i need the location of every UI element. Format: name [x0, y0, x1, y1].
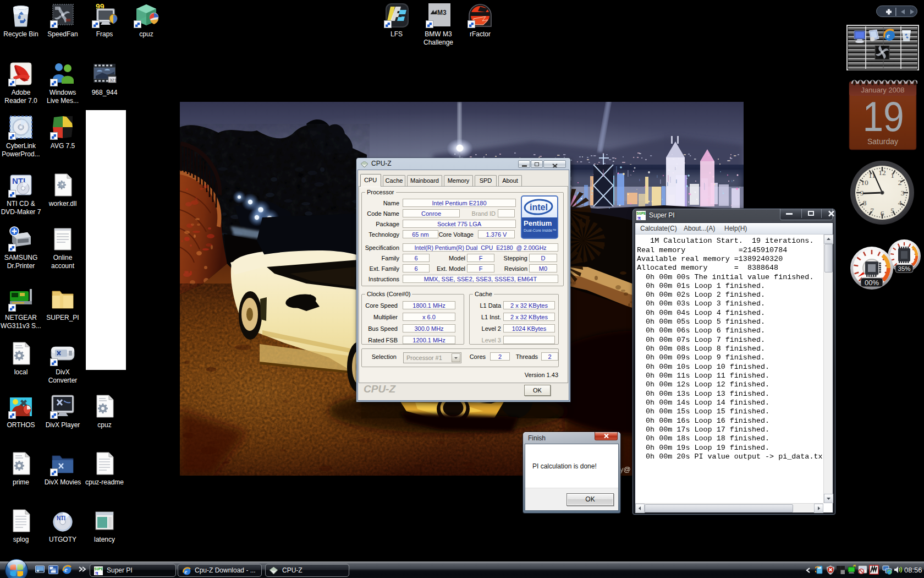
svg-text:00%: 00% [865, 279, 879, 287]
svg-text:19: 19 [862, 93, 904, 140]
svg-text:2: 2 [898, 178, 902, 187]
svg-text:π: π [95, 570, 98, 575]
svg-text:π: π [637, 214, 641, 220]
svg-text:NTI: NTI [57, 515, 65, 521]
svg-text:6: 6 [881, 209, 884, 217]
svg-text:intel: intel [530, 203, 548, 212]
svg-text:10: 10 [861, 178, 868, 187]
svg-text:e: e [887, 31, 890, 40]
svg-text:e: e [185, 568, 188, 575]
svg-text:Saturday: Saturday [867, 137, 898, 146]
svg-text:321: 321 [109, 78, 117, 83]
svg-text:y@: y@ [620, 465, 631, 473]
svg-text:35%: 35% [898, 265, 910, 272]
svg-text:8: 8 [863, 199, 867, 207]
svg-text:Pentium: Pentium [524, 219, 552, 227]
svg-text:5: 5 [890, 206, 894, 215]
svg-text:e: e [64, 565, 68, 574]
svg-text:1: 1 [890, 171, 894, 179]
svg-text:Dual-Core inside™: Dual-Core inside™ [524, 228, 556, 232]
svg-text:7: 7 [870, 206, 874, 215]
svg-text:12: 12 [878, 168, 886, 177]
svg-text:3: 3 [901, 189, 905, 197]
svg-text:M3: M3 [437, 9, 447, 17]
svg-text:4: 4 [898, 199, 902, 207]
svg-text:9: 9 [860, 189, 864, 197]
